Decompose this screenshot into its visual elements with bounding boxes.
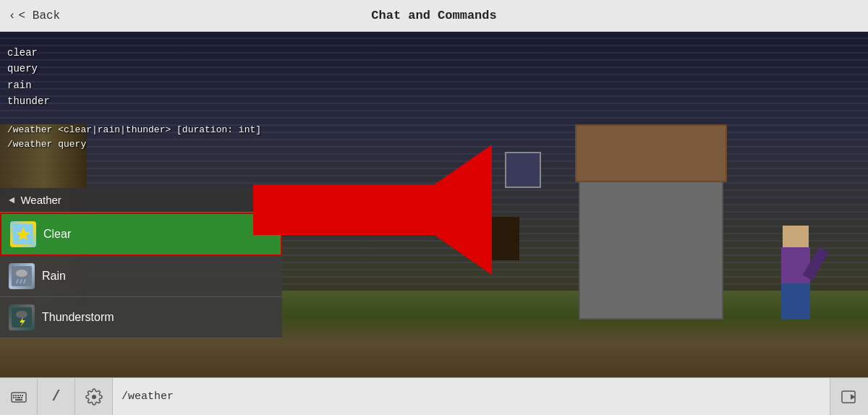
weather-item-thunderstorm[interactable]: Thunderstorm <box>0 297 282 338</box>
svg-rect-17 <box>15 397 17 398</box>
slash-button[interactable]: / <box>38 378 75 416</box>
chat-log: clear query rain thunder /weather <clear… <box>0 39 304 158</box>
weather-panel: ◄ Weather Clear Rain <box>0 188 282 338</box>
chat-line-thunder: thunder <box>7 93 297 109</box>
svg-point-3 <box>16 270 27 277</box>
back-button[interactable]: ‹ < Back <box>9 9 60 22</box>
clear-label: Clear <box>43 228 71 241</box>
settings-button[interactable] <box>75 378 113 416</box>
svg-rect-20 <box>15 399 22 401</box>
building <box>579 175 723 320</box>
clear-icon-svg <box>13 224 33 244</box>
keyboard-button[interactable] <box>0 378 38 416</box>
svg-point-8 <box>16 311 27 318</box>
svg-rect-18 <box>17 397 20 398</box>
weather-back-arrow: ◄ <box>9 194 14 206</box>
send-icon <box>841 388 858 406</box>
svg-rect-15 <box>22 395 23 396</box>
thunder-icon-svg <box>12 307 32 328</box>
bottom-toolbar: / /weather <box>0 377 868 415</box>
rain-label: Rain <box>42 270 66 283</box>
svg-rect-13 <box>17 395 19 396</box>
weather-item-clear[interactable]: Clear <box>0 213 282 256</box>
char-legs <box>781 283 810 320</box>
header-bar: ‹ < Back Chat and Commands <box>0 0 868 32</box>
svg-rect-19 <box>21 397 22 398</box>
thunderstorm-label: Thunderstorm <box>42 311 114 324</box>
rain-weather-icon <box>9 263 35 289</box>
weather-panel-header[interactable]: ◄ Weather <box>0 188 282 213</box>
rain-icon-svg <box>12 266 32 286</box>
chat-line-rain: rain <box>7 77 297 93</box>
building-window <box>505 152 541 188</box>
gear-icon <box>85 388 103 406</box>
weather-panel-title: Weather <box>20 194 61 206</box>
send-button[interactable] <box>830 378 868 416</box>
svg-rect-12 <box>15 395 17 396</box>
keyboard-icon <box>10 388 27 406</box>
back-chevron: ‹ <box>9 9 16 22</box>
svg-rect-14 <box>20 395 21 396</box>
thunder-weather-icon <box>9 304 35 330</box>
svg-rect-11 <box>13 395 14 396</box>
character <box>767 226 825 320</box>
char-head <box>783 226 809 247</box>
back-label: < Back <box>19 9 61 22</box>
building-door <box>490 217 519 260</box>
weather-item-rain[interactable]: Rain <box>0 256 282 297</box>
chat-command-query: /weather query <box>7 137 297 153</box>
chat-line-query: query <box>7 61 297 77</box>
slash-icon: / <box>51 388 60 405</box>
command-input[interactable]: /weather <box>113 378 830 416</box>
char-body <box>781 247 810 283</box>
building-roof <box>575 124 727 182</box>
chat-command-syntax: /weather <clear|rain|thunder> [duration:… <box>7 123 297 138</box>
svg-point-21 <box>92 395 96 399</box>
page-title: Chat and Commands <box>371 9 496 22</box>
chat-line-clear: clear <box>7 45 297 61</box>
clear-weather-icon <box>10 221 36 247</box>
svg-rect-16 <box>13 397 14 398</box>
